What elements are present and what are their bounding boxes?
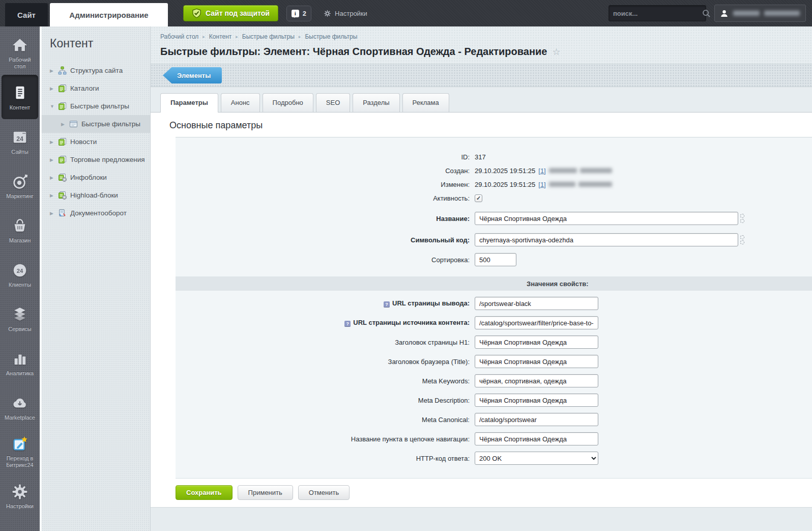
tab-разделы[interactable]: Разделы [353, 93, 399, 112]
menu-tree-item[interactable]: ▶Инфоблоки [42, 169, 150, 186]
property-input[interactable] [475, 374, 598, 387]
menu-tree-item[interactable]: ▶Новости [42, 133, 150, 151]
save-button[interactable]: Сохранить [176, 485, 233, 500]
menu-tree-item-label: Быстрые фильтры [70, 102, 129, 110]
shop-icon [10, 216, 30, 236]
favorite-star-icon[interactable]: ☆ [552, 46, 560, 58]
breadcrumb-link[interactable]: Контент [209, 33, 231, 40]
site-protected-button[interactable]: Сайт под защитой [183, 5, 278, 21]
topbar-settings-button[interactable]: Настройки [324, 10, 367, 17]
user-menu[interactable] [714, 5, 806, 22]
tab-admin[interactable]: Администрирование [50, 3, 168, 26]
active-checkbox[interactable]: ✓ [475, 194, 482, 202]
search-icon[interactable] [702, 9, 711, 18]
property-row: Заголовок браузера (Title): [176, 355, 812, 368]
http-code-select[interactable]: 200 OK [475, 452, 598, 465]
translit-link-icon[interactable] [740, 214, 744, 223]
sidebar-item-label: Сайты [11, 149, 28, 155]
sidebar-item-services[interactable]: Сервисы [2, 296, 38, 341]
chevron-right-icon[interactable]: ▶ [50, 157, 58, 162]
sidebar-item-label: Marketplace [5, 414, 35, 421]
breadcrumb: Рабочий стол▸Контент▸Быстрые фильтры▸Быс… [160, 33, 812, 40]
chevron-right-icon[interactable]: ▶ [61, 122, 69, 127]
notifications-badge[interactable]: i 2 [286, 6, 311, 21]
menu-tree-item[interactable]: ▶Быстрые фильтры [42, 115, 150, 133]
menu-tree-item[interactable]: ▶Highload-блоки [42, 186, 150, 204]
modified-label: Изменен: [176, 181, 475, 188]
property-input[interactable] [475, 413, 598, 426]
breadcrumb-link[interactable]: Быстрые фильтры [242, 33, 295, 40]
translit-link-icon[interactable] [740, 235, 744, 244]
chevron-right-icon[interactable]: ▶ [50, 86, 58, 91]
menu-tree-item[interactable]: ▶Документооборот [42, 204, 150, 222]
property-row: Meta Description: [176, 394, 812, 407]
property-input[interactable] [475, 297, 598, 310]
notifications-count: 2 [303, 10, 306, 17]
modified-by-surname-blurred [578, 182, 612, 187]
breadcrumb-separator-icon: ▸ [299, 34, 301, 39]
menu-tree-item[interactable]: ▶Торговые предложения [42, 151, 150, 169]
sidebar-item-home[interactable]: Рабочий стол [2, 31, 38, 75]
menu-tree-item[interactable]: ▶Каталоги [42, 79, 150, 97]
iblock-settings-icon [58, 191, 67, 200]
name-label: Название: [176, 215, 475, 222]
apply-button[interactable]: Применить [238, 485, 293, 500]
sidebar-item-marketplace[interactable]: Marketplace [2, 385, 38, 429]
tab-site[interactable]: Сайт [5, 3, 48, 26]
tab-параметры[interactable]: Параметры [160, 93, 218, 113]
chevron-right-icon[interactable]: ▶ [50, 139, 58, 145]
chevron-right-icon[interactable]: ▶ [50, 211, 58, 216]
settings-icon [10, 482, 30, 501]
modified-by-link[interactable]: [1] [538, 181, 545, 188]
chevron-right-icon[interactable]: ▶ [50, 68, 58, 73]
chevron-right-icon[interactable]: ▶ [50, 175, 58, 180]
menu-tree-item[interactable]: ▶Структура сайта [42, 62, 150, 79]
active-label: Активность: [176, 194, 475, 202]
sidebar-item-label: Магазин [9, 237, 31, 244]
sort-input[interactable] [475, 253, 516, 266]
breadcrumb-link[interactable]: Рабочий стол [160, 33, 198, 40]
info-icon: i [292, 10, 299, 17]
sidebar-item-analytics[interactable]: Аналитика [2, 341, 38, 385]
chevron-right-icon[interactable]: ▶ [50, 193, 58, 198]
property-input[interactable] [475, 432, 598, 445]
catalog-icon [58, 137, 67, 146]
elements-back-button[interactable]: Элементы [163, 67, 222, 83]
properties-section-heading: Значения свойств: [176, 276, 812, 291]
tab-seo[interactable]: SEO [316, 93, 350, 112]
created-by-link[interactable]: [1] [538, 167, 545, 175]
help-icon[interactable]: ? [384, 301, 390, 308]
property-input[interactable] [475, 355, 598, 368]
name-input[interactable] [475, 212, 738, 225]
tab-подробно[interactable]: Подробно [263, 93, 313, 112]
marketplace-icon [10, 394, 30, 413]
sidebar-item-marketing[interactable]: Маркетинг [2, 163, 38, 208]
modified-by-name-blurred [549, 182, 575, 187]
id-value: 317 [475, 153, 486, 161]
cancel-button[interactable]: Отменить [298, 485, 350, 500]
clients-icon: 24 [10, 261, 30, 280]
menu-tree-item-label: Документооборот [70, 209, 127, 217]
iblock-settings-icon [58, 173, 67, 182]
property-input[interactable] [475, 394, 598, 407]
search-input[interactable] [613, 10, 702, 17]
search-box [608, 5, 706, 21]
services-icon [10, 305, 30, 324]
page-footer [151, 507, 812, 531]
sidebar-item-shop[interactable]: Магазин [2, 208, 38, 252]
help-icon[interactable]: ? [344, 321, 351, 327]
tab-анонс[interactable]: Анонс [221, 93, 260, 112]
code-input[interactable] [475, 233, 738, 246]
sidebar-item-settings[interactable]: Настройки [2, 473, 38, 518]
sidebar: Рабочий столКонтент24СайтыМаркетингМагаз… [0, 26, 40, 531]
sidebar-item-bitrix24[interactable]: Переход в Битрикс24 [2, 429, 38, 473]
property-input[interactable] [475, 316, 598, 329]
breadcrumb-link[interactable]: Быстрые фильтры [305, 33, 357, 40]
sidebar-item-clients[interactable]: 24Клиенты [2, 252, 38, 296]
menu-tree-item[interactable]: ▼Быстрые фильтры [42, 97, 150, 115]
sidebar-item-content[interactable]: Контент [2, 75, 38, 119]
chevron-down-icon[interactable]: ▼ [50, 104, 58, 109]
tab-реклама[interactable]: Реклама [402, 93, 449, 112]
property-input[interactable] [475, 336, 598, 349]
sidebar-item-sites[interactable]: 24Сайты [2, 119, 38, 163]
